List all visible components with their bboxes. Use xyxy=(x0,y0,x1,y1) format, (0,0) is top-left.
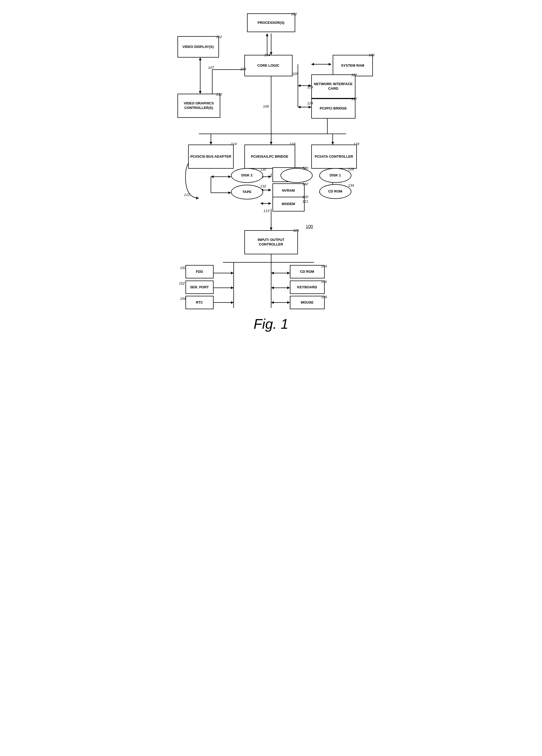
svg-marker-74 xyxy=(271,286,274,289)
disk2-label: DISK 2 xyxy=(241,173,253,178)
svg-marker-5 xyxy=(329,63,331,66)
svg-marker-73 xyxy=(287,286,290,289)
nvram-box: NVRAM xyxy=(272,183,305,198)
pci-eisa-ref: 116 xyxy=(290,142,296,146)
pci-pci-bridge-box: PCI/PCI BRIDGE xyxy=(311,99,355,119)
ref-103: 103 xyxy=(240,67,246,71)
mouse-box: MOUSE xyxy=(290,296,325,309)
ref-105: 105 xyxy=(293,72,298,76)
pci-scsi-ref: 114 xyxy=(231,142,237,146)
fdd-label: FDD xyxy=(196,270,203,274)
pci-pci-bridge-label: PCI/PCI BRIDGE xyxy=(320,106,347,111)
svg-marker-45 xyxy=(260,202,263,205)
core-logic-box: CORE LOGIC xyxy=(244,55,293,76)
pci-ata-ref: 118 xyxy=(354,142,359,146)
tape-label: TAPE xyxy=(242,190,252,194)
svg-marker-12 xyxy=(199,58,202,60)
cdrom-io-box: CD ROM xyxy=(290,265,325,278)
cdrom-ata-ref: 134 xyxy=(348,183,354,187)
ref-107: 107 xyxy=(208,66,214,70)
keyboard-ref: 146 xyxy=(321,280,327,284)
mouse-label: MOUSE xyxy=(301,300,314,305)
rtc-box: RTC xyxy=(185,296,214,309)
disk2-ref: 130 xyxy=(260,167,266,171)
cdrom-ata-oval: CD ROM xyxy=(319,184,351,199)
ref-100: 100 xyxy=(306,224,313,229)
io-controller-box: INPUT/ OUTPUT CONTROLLER xyxy=(244,230,298,254)
modem-box: MODEM xyxy=(272,197,305,211)
video-display-box: VIDEO DISPLAY(S) xyxy=(177,36,219,58)
svg-marker-46 xyxy=(268,202,271,205)
video-graphics-ref: 110 xyxy=(216,92,222,96)
ref-124: 124 xyxy=(307,101,313,105)
network-card-ref: 122 xyxy=(351,73,357,77)
core-logic-ref: 104 xyxy=(264,53,270,57)
svg-marker-11 xyxy=(199,91,202,94)
io-controller-label: INPUT/ OUTPUT CONTROLLER xyxy=(247,238,296,247)
video-display-label: VIDEO DISPLAY(S) xyxy=(183,45,214,49)
svg-marker-80 xyxy=(196,197,199,199)
processor-box: PROCESSOR(S) xyxy=(247,13,295,32)
diagram-container: PROCESSOR(S) 102 CORE LOGIC 104 103 105 … xyxy=(169,5,373,728)
svg-marker-54 xyxy=(270,228,272,230)
pci-ata-box: PCI/ATA CONTROLLER xyxy=(311,145,357,169)
pci-pci-bridge-ref: 117 xyxy=(351,97,357,101)
ser-port-box: SER. PORT xyxy=(185,281,214,294)
pci-eisa-box: PCI/EISA/LPC BRIDGE xyxy=(244,145,295,169)
modem-ref: 120 xyxy=(302,195,308,199)
svg-marker-20 xyxy=(298,106,301,108)
nvram-ref: 142 xyxy=(302,182,308,186)
svg-marker-65 xyxy=(231,286,234,289)
svg-marker-16 xyxy=(298,84,301,87)
pci-scsi-label: PCI/SCSI BUS ADAPTER xyxy=(190,154,231,159)
svg-marker-70 xyxy=(287,272,290,274)
video-display-ref: 112 xyxy=(216,35,222,39)
keyboard-label: KEYBOARD xyxy=(297,285,317,290)
ser-port-label: SER. PORT xyxy=(190,285,209,290)
video-graphics-box: VIDEO GRAPHICS CONTROLLER(S) xyxy=(177,94,220,118)
svg-marker-26 xyxy=(270,142,272,145)
svg-marker-68 xyxy=(231,301,234,304)
svg-marker-33 xyxy=(211,175,214,178)
processor-ref: 102 xyxy=(291,12,297,16)
svg-marker-28 xyxy=(331,142,334,145)
keyboard-box: KEYBOARD xyxy=(290,281,325,294)
cdrom-ata-label: CD ROM xyxy=(328,189,342,194)
video-graphics-label: VIDEO GRAPHICS CONTROLLER(S) xyxy=(180,101,218,110)
ref-111: 111 xyxy=(184,193,190,197)
ref-113: 113 xyxy=(264,209,270,213)
pci-scsi-box: PCI/SCSI BUS ADAPTER xyxy=(188,145,234,169)
svg-marker-71 xyxy=(271,272,274,274)
rtc-label: RTC xyxy=(196,300,203,305)
fdd-ref: 150 xyxy=(180,266,186,270)
cdrom-io-label: CD ROM xyxy=(300,270,314,274)
system-ram-label: SYSTEM RAM xyxy=(341,63,364,68)
processor-label: PROCESSOR(S) xyxy=(257,21,284,25)
ref-119: 119 xyxy=(307,85,313,89)
figure-label: Fig. 1 xyxy=(169,316,373,332)
io-controller-ref: 126 xyxy=(293,228,299,232)
svg-marker-76 xyxy=(287,301,290,304)
svg-marker-77 xyxy=(271,301,274,304)
ref-109: 109 xyxy=(263,104,269,108)
mouse-ref: 148 xyxy=(321,295,327,299)
network-card-label: NETWORK INTERFACE CARD xyxy=(313,82,353,91)
fdd-box: FDD xyxy=(185,265,214,278)
tape-oval: TAPE xyxy=(231,185,263,199)
system-ram-ref: 106 xyxy=(369,53,375,57)
tape-ref: 132 xyxy=(260,184,266,188)
svg-marker-40 xyxy=(268,175,271,178)
disk2-oval: DISK 2 xyxy=(231,168,263,183)
rtc-ref: 154 xyxy=(180,297,186,301)
disk1-oval xyxy=(281,168,313,183)
ser-port-ref: 152 xyxy=(179,281,185,285)
pci-eisa-label: PCI/EISA/LPC BRIDGE xyxy=(251,154,288,159)
svg-marker-24 xyxy=(210,142,212,145)
disk1-oval: DISK 1 xyxy=(319,168,351,183)
disk1-ref: 128 xyxy=(348,167,354,171)
svg-marker-3 xyxy=(266,33,268,36)
disk1-label: DISK 1 xyxy=(330,173,341,178)
ref-121: 121 xyxy=(302,199,308,203)
cdrom-io-ref: 144 xyxy=(321,264,327,268)
svg-marker-43 xyxy=(268,189,271,191)
